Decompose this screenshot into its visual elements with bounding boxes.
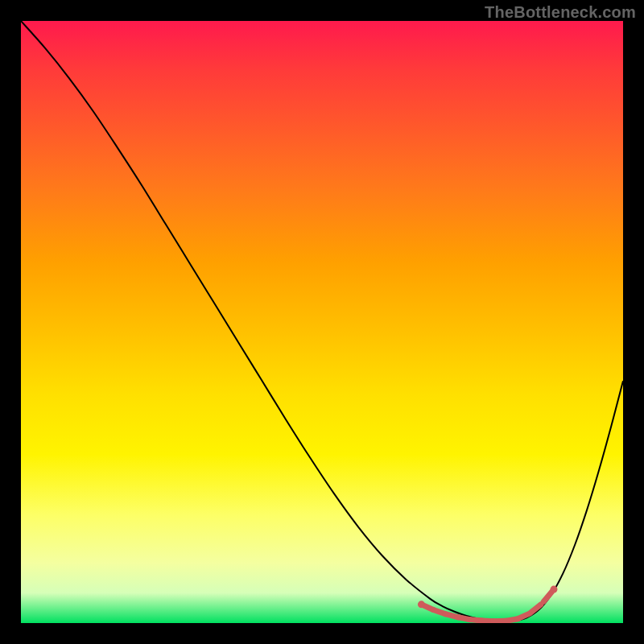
trough-dash [422,605,434,610]
trough-dots [418,586,558,621]
trough-dash [433,610,445,614]
chart-frame: TheBottleneck.com [0,0,644,644]
trough-dash [506,619,518,621]
trough-end-dot [418,601,425,608]
trough-dash [530,605,541,613]
plot-area [21,21,623,623]
bottleneck-curve [21,21,623,621]
trough-end-dot [550,586,557,593]
trough-dash [481,621,494,621]
curve-layer [21,21,623,623]
trough-dash [469,619,482,621]
trough-dash [518,613,530,619]
trough-dash [543,592,551,601]
watermark: TheBottleneck.com [485,3,636,22]
trough-dash [445,614,458,617]
trough-dash [457,617,470,619]
